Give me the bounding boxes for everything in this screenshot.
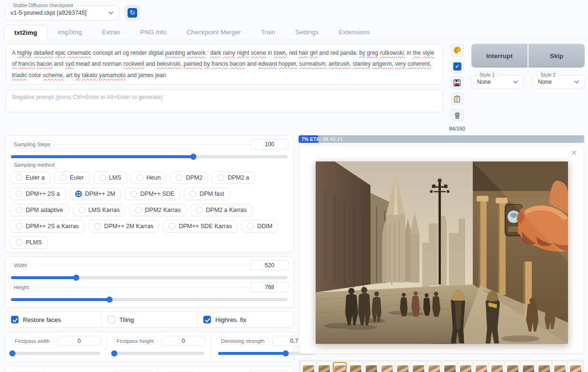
restore-faces-checkbox[interactable] xyxy=(11,316,19,323)
thumbnail-16[interactable] xyxy=(537,362,551,372)
tiling-toggle[interactable]: Tiling xyxy=(108,316,192,323)
thumbnail-15[interactable] xyxy=(521,362,535,372)
tab-extensions[interactable]: Extensions xyxy=(329,25,380,40)
thumbnail-14[interactable] xyxy=(506,362,519,372)
thumbnail-7[interactable] xyxy=(396,362,409,372)
sampler-option-label: DPM2 xyxy=(186,174,202,181)
highres-fix-label: Highres. fix xyxy=(215,316,246,323)
thumbnail-17[interactable] xyxy=(553,362,567,372)
firstpass-height-slider[interactable] xyxy=(114,352,204,355)
height-input[interactable] xyxy=(250,282,289,292)
height-slider[interactable] xyxy=(11,298,288,301)
radio-indicator xyxy=(218,174,224,181)
image-preview-panel: ✕ xyxy=(299,145,584,354)
thumbnail-image xyxy=(476,365,487,372)
sampler-option-label: DPM2 a xyxy=(228,174,249,181)
sampler-option-dpm-2m-karras[interactable]: DPM++ 2M Karras xyxy=(89,220,159,232)
refresh-icon: ↻ xyxy=(128,8,137,18)
sampler-option-dpm2-a-karras[interactable]: DPM2 a Karras xyxy=(190,204,252,216)
sampler-option-dpm-2s-a-karras[interactable]: DPM++ 2S a Karras xyxy=(10,220,85,232)
tab-checkpoint-merger[interactable]: Checkpoint Merger xyxy=(177,25,251,40)
interrupt-button[interactable]: Interrupt xyxy=(471,44,528,68)
tiling-label: Tiling xyxy=(120,316,134,323)
sampler-option-lms[interactable]: LMS xyxy=(93,171,127,184)
firstpass-height-input[interactable] xyxy=(161,336,205,346)
sampler-option-euler[interactable]: Euler xyxy=(54,171,90,184)
width-input[interactable] xyxy=(250,260,289,271)
batch-count-input[interactable] xyxy=(114,370,152,372)
width-slider[interactable] xyxy=(11,276,288,279)
tab-txt2img[interactable]: txt2img xyxy=(4,25,48,40)
restore-faces-toggle[interactable]: Restore faces xyxy=(11,316,96,323)
sampler-option-dpm-adaptive[interactable]: DPM adaptive xyxy=(10,204,69,216)
radio-indicator xyxy=(16,223,22,230)
radio-indicator xyxy=(79,207,85,213)
thumbnail-5[interactable] xyxy=(364,362,378,372)
sampler-option-dpm-2s-a[interactable]: DPM++ 2S a xyxy=(10,188,66,200)
thumbnail-9[interactable] xyxy=(427,362,441,372)
tab-bar: txt2imgimg2imgExtrasPNG InfoCheckpoint M… xyxy=(0,25,588,40)
highres-fix-checkbox[interactable] xyxy=(203,316,211,323)
clear-prompt-icon xyxy=(454,111,461,119)
thumbnail-image xyxy=(429,365,440,372)
sampler-option-euler-a[interactable]: Euler a xyxy=(10,171,50,184)
clear-prompt-button[interactable] xyxy=(451,109,464,121)
sampler-option-dpm2-a[interactable]: DPM2 a xyxy=(212,171,255,184)
tab-extras[interactable]: Extras xyxy=(92,25,130,40)
thumbnail-11[interactable] xyxy=(458,362,472,372)
sampling-method-options: Euler aEulerLMSHeunDPM2DPM2 aDPM++ 2S aD… xyxy=(10,171,289,249)
thumbnail-image xyxy=(350,365,361,372)
sampler-option-dpm2-karras[interactable]: DPM2 Karras xyxy=(130,204,187,216)
restore-faces-label: Restore faces xyxy=(23,316,61,323)
checkpoint-label: Stable Diffusion checkpoint xyxy=(10,2,76,9)
sampler-option-dpm-fast[interactable]: DPM fast xyxy=(184,188,229,200)
sampler-option-dpm-2m[interactable]: DPM++ 2M xyxy=(70,188,121,200)
batch-count-group: Batch count xyxy=(5,366,158,372)
thumbnail-13[interactable] xyxy=(490,362,504,372)
firstpass-width-slider[interactable] xyxy=(12,352,100,355)
thumbnail-8[interactable] xyxy=(411,362,425,372)
tab-settings[interactable]: Settings xyxy=(285,25,329,40)
style-selectors: Style 1 None Style 2 None xyxy=(471,71,585,89)
sampler-option-dpm-sde[interactable]: DPM++ SDE xyxy=(125,188,180,200)
thumbnail-18[interactable] xyxy=(568,362,582,372)
apply-style-button[interactable] xyxy=(451,92,464,105)
sampler-option-heun[interactable]: Heun xyxy=(131,171,167,184)
sampler-option-lms-karras[interactable]: LMS Karras xyxy=(73,204,126,216)
save-style-button[interactable] xyxy=(451,76,464,89)
read-generation-params-button[interactable]: ↙ xyxy=(451,60,464,73)
thumbnail-image xyxy=(460,365,471,372)
sampler-option-dpm-sde-karras[interactable]: DPM++ SDE Karras xyxy=(163,220,238,232)
tab-png-info[interactable]: PNG Info xyxy=(130,25,177,40)
sampling-steps-slider[interactable] xyxy=(11,155,288,158)
tab-train[interactable]: Train xyxy=(251,25,285,40)
refresh-checkpoint-button[interactable]: ↻ xyxy=(125,5,140,20)
skip-button[interactable]: Skip xyxy=(528,44,585,68)
close-icon[interactable]: ✕ xyxy=(571,149,577,157)
sampler-option-dpm2[interactable]: DPM2 xyxy=(170,171,208,184)
thumbnail-6[interactable] xyxy=(380,362,394,372)
sampling-steps-input[interactable] xyxy=(250,139,289,150)
highres-fix-toggle[interactable]: Highres. fix xyxy=(203,316,288,323)
tiling-checkbox[interactable] xyxy=(108,316,115,323)
batch-size-input[interactable] xyxy=(249,370,288,372)
random-artist-button[interactable] xyxy=(451,44,464,57)
thumbnail-4[interactable] xyxy=(349,362,362,372)
style2-label: Style 2 xyxy=(537,71,559,79)
negative-prompt-input[interactable] xyxy=(6,90,443,112)
firstpass-width-input[interactable] xyxy=(57,336,101,346)
thumbnail-2[interactable] xyxy=(317,362,331,372)
thumbnail-12[interactable] xyxy=(474,362,488,372)
sampler-option-plms[interactable]: PLMS xyxy=(10,236,48,249)
radio-indicator xyxy=(135,207,142,213)
thumbnail-10[interactable] xyxy=(443,362,457,372)
sampler-option-ddim[interactable]: DDIM xyxy=(241,220,278,232)
tab-img2img[interactable]: img2img xyxy=(48,25,92,40)
radio-indicator xyxy=(130,191,137,197)
thumbnail-3[interactable] xyxy=(333,362,347,372)
sampler-option-label: DPM++ 2M xyxy=(85,191,115,197)
generated-image[interactable] xyxy=(316,161,568,344)
thumbnail-1[interactable] xyxy=(301,362,315,372)
sampler-option-label: DPM++ SDE Karras xyxy=(179,223,232,230)
prompt-input[interactable]: A highly detailed epic cinematic concept… xyxy=(6,44,443,85)
